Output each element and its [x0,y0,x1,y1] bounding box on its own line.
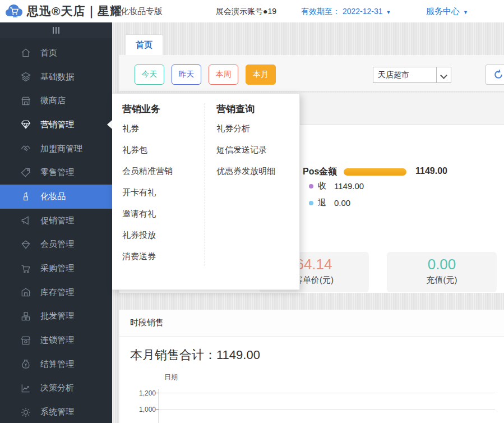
flyout-column-business: 营销业务 礼券 礼券包 会员精准营销 开卡有礼 邀请有礼 礼券投放 消费送券 [122,103,201,267]
chart-ytick-1200: 1,200 [130,389,156,397]
receive-value: 1149.00 [334,181,364,191]
sidebar-item-label: 结算管理 [40,359,74,370]
receive-dot-icon [309,184,313,188]
sidebar-item-label: 微商店 [40,95,66,106]
recharge-card: 0.00 充值(元) [387,252,497,292]
flyout-divider [205,103,205,266]
sidebar-item-member[interactable]: 会员管理 [0,233,112,257]
sidebar-nav: 首页 基础数据 微商店 营销管理 加盟商管理 零售管理 [0,38,112,423]
sidebar-item-home[interactable]: 首页 [0,41,112,65]
sidebar-item-label: 化妆品 [40,191,66,202]
pos-amount-bar [344,168,406,176]
sidebar-item-label: 零售管理 [40,167,74,178]
refresh-icon [493,69,504,80]
sidebar-item-purchase[interactable]: 采购管理 [0,256,112,281]
filter-today-button[interactable]: 今天 [135,65,164,85]
sidebar-item-label: 连锁管理 [40,335,74,346]
sidebar-item-wholesale[interactable]: 批发管理 [0,305,112,329]
pos-amount-label: Pos金额 [303,166,337,178]
menu-item-coupon-delivery[interactable]: 礼券投放 [122,224,201,246]
gem-icon [20,119,31,130]
chart-ytick-1000: 1,000 [130,406,156,413]
flyout-column-title: 营销业务 [122,103,201,116]
filter-week-button[interactable]: 本周 [209,65,238,85]
sidebar-item-label: 批发管理 [40,311,74,321]
menu-item-consume-send-coupon[interactable]: 消费送券 [122,246,201,267]
sidebar-item-label: 加盟商管理 [40,144,82,154]
brand-title: 思迅®天店｜星耀 [27,0,122,22]
sidebar-item-label: 系统管理 [40,407,74,417]
handshake-icon [20,143,31,154]
caret-down-icon: ▼ [463,10,468,15]
validity-text: 有效期至： 2022-12-31 [301,7,383,16]
shop-icon [20,335,31,346]
flyout-column-query: 营销查询 礼券分析 短信发送记录 优惠券发放明细 [216,103,289,182]
top-header: 思迅®天店｜星耀 化妆品专版 展会演示账号●19 有效期至： 2022-12-3… [0,0,504,22]
sidebar-item-label: 决策分析 [40,383,74,393]
flyout-column-title: 营销查询 [216,103,289,116]
sidebar-item-chain[interactable]: 连锁管理 [0,328,112,352]
chart-line-icon [20,383,31,394]
menu-item-coupon-analysis[interactable]: 礼券分析 [216,118,289,139]
menu-item-coupon-pack[interactable]: 礼券包 [122,139,201,160]
chevron-down-icon [436,67,451,82]
sidebar-item-system[interactable]: 系统管理 [0,400,112,423]
sidebar-item-inventory[interactable]: 库存管理 [0,281,112,305]
service-center-dropdown[interactable]: 服务中心▼ [426,0,468,22]
chart-x-axis-title: 日期 [164,373,178,382]
brand-cloud-cart-icon [5,3,25,19]
menu-item-invite-gift[interactable]: 邀请有礼 [122,203,201,224]
gear-icon [20,407,31,418]
period-sales-title: 时段销售 [119,310,504,337]
store-select-value: 天店超市 [373,70,436,80]
store-select[interactable]: 天店超市 [373,67,451,83]
validity-dropdown[interactable]: 有效期至： 2022-12-31▼ [301,0,391,22]
refund-label: 退 [318,197,326,208]
chart-gridline [159,393,495,393]
menu-item-member-precision-marketing[interactable]: 会员精准营销 [122,160,201,182]
tab-home[interactable]: 首页 [126,35,163,55]
sidebar-item-retail[interactable]: 零售管理 [0,160,112,185]
recharge-label: 充值(元) [387,275,497,286]
sidebar-item-micro-store[interactable]: 微商店 [0,89,112,113]
chart-y-axis-line [159,389,159,423]
sidebar-item-label: 会员管理 [40,239,74,250]
sidebar-item-analysis[interactable]: 决策分析 [0,376,112,401]
flyout-arrow-icon [107,120,112,129]
menu-item-sms-send-record[interactable]: 短信发送记录 [216,139,289,160]
storefront-icon [20,95,31,107]
filter-toolbar: 今天 昨天 本周 本月 天店超市 [119,55,504,92]
caret-down-icon: ▼ [386,10,391,15]
sidebar-item-label: 采购管理 [40,263,74,274]
megaphone-icon [20,215,31,226]
sidebar-item-marketing[interactable]: 营销管理 [0,113,112,137]
menu-item-gift-coupon[interactable]: 礼券 [122,118,201,139]
month-sales-total: 本月销售合计：1149.00 [130,347,260,364]
filter-yesterday-button[interactable]: 昨天 [172,65,201,85]
sidebar-item-base-data[interactable]: 基础数据 [0,65,112,89]
cubes-icon [20,311,31,322]
refresh-button[interactable] [485,65,504,85]
filter-month-button[interactable]: 本月 [246,65,276,85]
sidebar-item-label: 基础数据 [40,72,74,82]
sidebar-item-franchise[interactable]: 加盟商管理 [0,137,112,161]
period-sales-panel: 时段销售 本月销售合计：1149.00 日期 1,200 1,000 800 [119,310,504,423]
sidebar-item-label: 库存管理 [40,287,74,298]
sidebar: 首页 基础数据 微商店 营销管理 加盟商管理 零售管理 [0,22,112,423]
sidebar-item-label: 促销管理 [40,215,74,226]
sidebar-item-settlement[interactable]: 结算管理 [0,352,112,376]
refund-value: 0.00 [334,198,350,208]
refund-dot-icon [309,201,313,205]
sidebar-item-cosmetics[interactable]: 化妆品 [0,185,112,209]
sidebar-item-promotion[interactable]: 促销管理 [0,209,112,233]
layers-icon [20,71,31,82]
tag-icon [20,167,31,178]
cart-icon [20,263,31,274]
menu-item-open-card-gift[interactable]: 开卡有礼 [122,182,201,203]
home-icon [20,47,31,58]
sidebar-item-label: 营销管理 [40,119,74,130]
lipstick-icon [20,191,31,202]
menu-item-coupon-issue-detail[interactable]: 优惠券发放明细 [216,160,289,182]
sidebar-collapse-handle[interactable] [0,22,112,38]
warehouse-icon [20,287,31,298]
